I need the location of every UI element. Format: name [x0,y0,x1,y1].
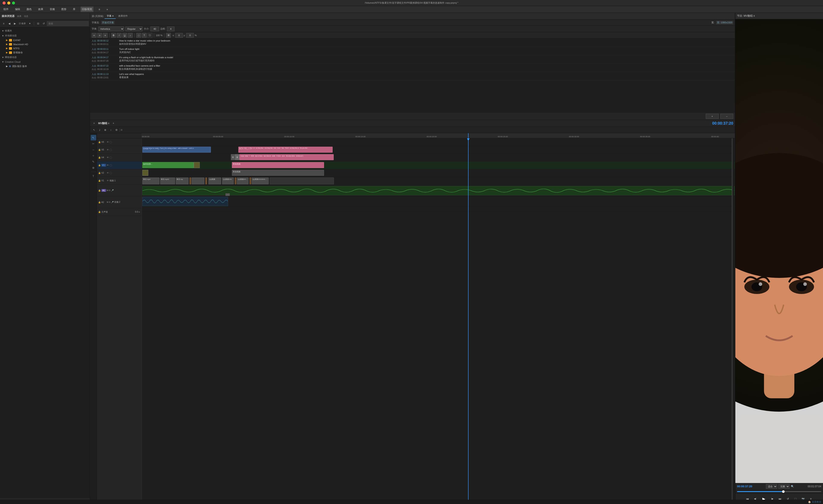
tool-text[interactable]: T [91,173,96,179]
media-browser-tabs-info[interactable]: 信息 [24,15,28,18]
tools-button[interactable]: ✦ [27,21,32,26]
align-center-button[interactable]: ≡ [97,33,102,38]
track-lock-v2[interactable]: 🔒 [98,172,101,174]
clip-v1-qq3[interactable] [235,178,236,184]
box-button[interactable]: □ [136,33,141,38]
drive-media-backup[interactable]: ▶ 影视备份 [0,50,90,55]
subtitle-entry-4[interactable]: 入点: 00:00:07:22 出点: 00:00:10:19 with a b… [90,64,735,72]
subtitle-text-5[interactable]: Let's see what happens 看看效果 [119,73,733,79]
align-left-button[interactable]: ≡ [92,33,97,38]
bold-button[interactable]: B [111,33,116,38]
timeline-menu-button[interactable]: + [111,121,116,126]
music-button[interactable]: ♪ [128,33,133,38]
clip-v1-end[interactable] [270,178,334,184]
track-m-a2[interactable]: M [107,201,109,203]
en-clip-4[interactable]: Run [249,147,253,149]
drive-ntfs[interactable]: ▶ NTFS [0,46,90,50]
en-clip-3[interactable]: □ [247,147,249,149]
cn-clip-4[interactable]: 再用 [251,155,255,157]
tool-slip[interactable]: ↕ [109,128,113,132]
en-clip-12[interactable]: so they like y! [289,147,299,149]
media-search-input[interactable] [47,21,89,26]
menu-item-color[interactable]: 颜色 [25,7,33,12]
subtitle-entry-5[interactable]: 入点: 00:00:11:13 出点: 00:00:13:01 Let's se… [90,72,735,80]
menu-icon[interactable]: ≡ [1,21,6,26]
track-target-v5[interactable]: ◯ [110,149,112,151]
border-size-input[interactable] [167,27,174,31]
back-button[interactable]: ◀ [7,21,12,26]
track-lock-master[interactable]: 🔒 [98,211,101,213]
filter-button[interactable]: ⊟ [36,21,40,26]
track-lock-v3[interactable]: 🔒 [98,164,101,166]
track-lock-v5[interactable]: 🔒 [98,149,101,151]
track-lock-v4[interactable]: 🔒 [98,156,101,159]
subtitle-text-4[interactable]: with a beautiful face camera and a filte… [119,64,733,71]
en-clip-13[interactable]: Do you like [299,147,308,149]
style-value[interactable]: 开放式字幕 [101,21,115,24]
menu-item-graphics[interactable]: 图形 [60,7,68,12]
scrubber[interactable] [737,491,821,492]
track-target-v3[interactable]: ◯ [110,164,112,166]
subtitle-tab-effects[interactable]: 效果控件 [116,13,130,19]
remove-subtitle-button[interactable]: – [720,114,733,119]
cn-clip-2[interactable]: 淡妆 [244,155,249,157]
track-eye-v5[interactable]: 👁 [107,149,109,151]
maximize-button[interactable] [12,1,15,4]
cn-clip-5[interactable]: 他们才喜欢 [255,155,263,157]
track-eye-v6[interactable]: 👁 [107,141,109,143]
subtitle-entry-2[interactable]: 入点: 00:00:03:11 出点: 00:00:04:17 Turn off… [90,47,735,55]
track-lock-a2[interactable]: 🔒 [98,201,101,203]
clip-v1-qq4[interactable]: QQ视频2019r [237,178,249,184]
tool-cut[interactable]: ✂ [91,141,96,147]
sub-clip-2[interactable]: Turn [160,147,164,150]
x-position-input[interactable] [175,33,183,38]
track-lock-v1[interactable]: 🔒 [98,180,101,182]
timeline-playhead[interactable] [468,138,469,500]
team-project[interactable]: ▶ ⊞ 团队项目 版本 [0,64,90,68]
ingest-button[interactable]: ☑ 收录 [18,21,27,26]
refresh-button[interactable]: ↺ [41,21,46,26]
sub-clip-1[interactable]: How to make [148,147,159,150]
en-clip-8[interactable]: Get [273,147,277,149]
clip-v1-qq5[interactable] [250,178,251,184]
exchange-marker-2[interactable]: 交 [235,154,239,160]
subtitle-text-3[interactable]: It's using a flash or a light bulb to il… [119,56,733,62]
track-eye-v3[interactable]: 👁 [107,164,109,166]
text-button[interactable]: T [142,33,147,38]
font-size-input[interactable] [150,27,159,31]
clip-v1-4[interactable] [189,178,191,184]
subtitle-entry-1[interactable]: 入点: 00:00:00:12 出点: 00:00:03:11 How to m… [90,38,735,47]
font-family-select[interactable]: Helvetica [99,27,124,31]
clip-v1-qq1[interactable]: QQ视频 [208,178,221,184]
menu-item-more[interactable]: » [105,7,109,12]
track-mic-a2[interactable]: 🎤 [111,201,114,203]
cn-clip-9[interactable]: 这次 [282,155,285,157]
tool-add-edit[interactable]: ⊕ [103,128,108,132]
drive-macintosh[interactable]: ▶ Macintosh HD [0,42,90,46]
clip-v1-2[interactable]: 幕后.mp41 [160,178,175,184]
preview-scrubber-bar[interactable] [735,489,823,493]
track-target-v6[interactable]: ◯ [110,141,112,143]
en-clip-7[interactable]: i do they like [264,147,273,149]
minimize-button[interactable] [7,1,10,4]
en-clip-10[interactable]: Tak [281,147,284,149]
track-m-a1[interactable]: M [107,189,109,191]
track-lock-a1[interactable]: 🔒 [98,189,101,192]
cn-clip-1[interactable]: 化妆 [240,155,244,157]
cn-clip-3[interactable]: □ [249,155,250,157]
audio-waveform-a2[interactable] [142,197,228,206]
tool-select[interactable]: ↖ [91,135,96,141]
subtitle-text-1[interactable]: How to make a star music video in your b… [119,39,733,46]
cn-clip-10[interactable]: 所以他们喜欢 [286,155,295,157]
tool-selection[interactable]: ↖ [92,128,97,132]
clip-v1-1[interactable]: 幕后.mp4 [142,178,159,184]
drive-exfat[interactable]: ▶ EXFAT [0,38,90,42]
track-target-v2[interactable]: ◯ [110,172,112,174]
en-clip-11[interactable]: This'll [284,147,289,149]
bg-color-button[interactable]: ⬛ [147,33,152,38]
local-drives-header[interactable]: ▼ 本地驱动器 [0,33,90,38]
track-lock-v6[interactable]: 🔒 [98,141,101,143]
grid-button[interactable]: ⊞ [166,33,171,38]
track-target-v4[interactable]: ◯ [110,156,112,159]
sub-clip-5[interactable]: Let's s [188,147,194,150]
